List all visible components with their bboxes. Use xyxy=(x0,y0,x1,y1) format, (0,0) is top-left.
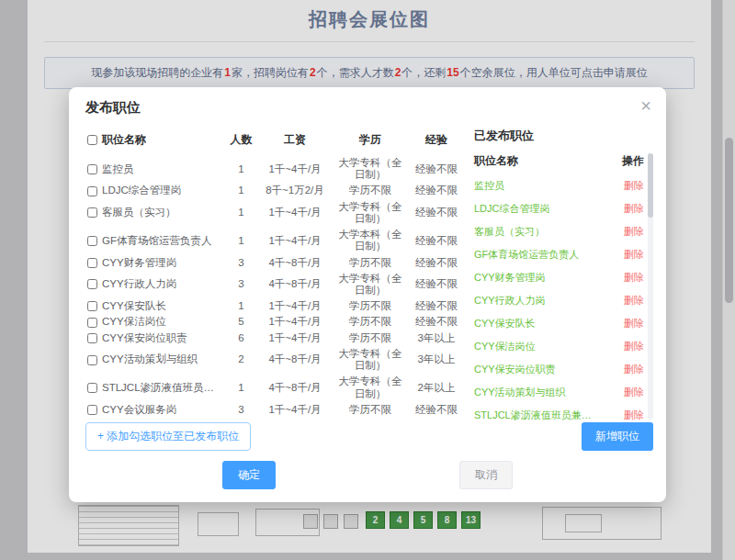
table-row: CYY财务管理岗 3 4千~8千/月 学历不限 经验不限 xyxy=(85,255,465,271)
position-salary: 4千~8千/月 xyxy=(257,346,333,374)
published-item: 监控员 删除 xyxy=(474,174,644,197)
table-row: 客服员（实习） 1 1千~4千/月 大学专科（全日制） 经验不限 xyxy=(85,199,465,227)
published-header-row: 职位名称 操作 xyxy=(474,151,644,174)
delete-link[interactable]: 删除 xyxy=(624,294,644,308)
published-position-name: GF体育场馆运营负责人 xyxy=(474,248,579,262)
published-title: 已发布职位 xyxy=(474,128,644,144)
position-experience: 经验不限 xyxy=(408,199,465,227)
delete-link[interactable]: 删除 xyxy=(624,271,644,285)
modal-body: 职位名称 人数 工资 学历 经验 监控员 1 1千 xyxy=(85,128,653,451)
position-salary: 1千~4千/月 xyxy=(257,314,333,330)
position-count: 3 xyxy=(225,271,257,298)
position-salary: 1千~4千/月 xyxy=(257,298,333,314)
published-name-header: 职位名称 xyxy=(474,153,518,169)
position-count: 1 xyxy=(225,155,257,183)
table-row: LDJC综合管理岗 1 8千~1万2/月 学历不限 经验不限 xyxy=(85,183,465,198)
position-name: 客服员（实习） xyxy=(102,207,176,218)
position-name: CYY保安队长 xyxy=(102,300,166,312)
position-education: 大学专科（全日制） xyxy=(333,374,408,401)
published-position-name: STLJCL渗沥液值班员兼… xyxy=(474,409,592,422)
position-name: GF体育场馆运营负责人 xyxy=(102,235,211,247)
position-name: 监控员 xyxy=(102,163,134,175)
add-checked-positions-button[interactable]: + 添加勾选职位至已发布职位 xyxy=(85,422,251,451)
position-experience: 经验不限 xyxy=(408,155,465,183)
position-salary: 1千~4千/月 xyxy=(257,199,333,227)
close-icon[interactable]: × xyxy=(640,96,651,115)
position-experience: 经验不限 xyxy=(408,271,465,298)
delete-link[interactable]: 删除 xyxy=(624,340,644,353)
position-name-cell: CYY会议服务岗 xyxy=(85,402,225,416)
row-checkbox[interactable] xyxy=(87,186,97,196)
published-item: CYY保安队长 删除 xyxy=(474,312,644,335)
position-experience: 经验不限 xyxy=(408,298,465,314)
position-name: CYY活动策划与组织 xyxy=(102,353,198,365)
position-name-cell: LDJC综合管理岗 xyxy=(85,183,225,198)
row-checkbox[interactable] xyxy=(87,405,97,415)
position-name-cell: CYY行政人力岗 xyxy=(85,271,225,298)
row-checkbox[interactable] xyxy=(87,355,97,365)
table-row: STLJCL渗沥液值班员兼电梯… 1 4千~8千/月 大学专科（全日制） 2年以… xyxy=(85,374,465,401)
position-education: 大学专科（全日制） xyxy=(333,346,408,374)
position-education: 大学专科（全日制） xyxy=(333,199,408,227)
position-name: CYY会议服务岗 xyxy=(102,404,176,416)
position-education: 学历不限 xyxy=(333,183,408,198)
column-header-education: 学历 xyxy=(333,128,408,155)
position-education: 学历不限 xyxy=(333,298,408,314)
cancel-button[interactable]: 取消 xyxy=(459,461,513,489)
position-table: 职位名称 人数 工资 学历 经验 监控员 1 1千 xyxy=(85,128,465,416)
delete-link[interactable]: 删除 xyxy=(624,409,644,422)
delete-link[interactable]: 删除 xyxy=(624,225,644,239)
position-name-cell: CYY保洁岗位 xyxy=(85,314,225,330)
delete-link[interactable]: 删除 xyxy=(624,363,644,376)
position-education: 学历不限 xyxy=(333,330,408,346)
position-salary: 1千~4千/月 xyxy=(257,330,333,346)
row-checkbox[interactable] xyxy=(87,279,97,289)
position-salary: 1千~4千/月 xyxy=(257,402,333,416)
position-name: STLJCL渗沥液值班员兼电梯… xyxy=(102,382,223,394)
position-count: 6 xyxy=(225,330,257,346)
position-experience: 经验不限 xyxy=(408,402,465,416)
position-count: 1 xyxy=(225,374,257,401)
row-checkbox[interactable] xyxy=(87,207,97,218)
publish-position-dialog: 发布职位 × 职位名称 xyxy=(69,87,666,502)
position-table-pane: 职位名称 人数 工资 学历 经验 监控员 1 1千 xyxy=(85,128,465,451)
table-row: CYY行政人力岗 3 4千~8千/月 大学专科（全日制） 经验不限 xyxy=(85,271,465,298)
published-position-name: LDJC综合管理岗 xyxy=(474,202,550,216)
delete-link[interactable]: 删除 xyxy=(624,386,644,399)
select-all-checkbox[interactable] xyxy=(87,135,97,145)
table-row: CYY会议服务岗 3 1千~4千/月 学历不限 经验不限 xyxy=(85,402,465,416)
add-position-button[interactable]: 新增职位 xyxy=(582,422,653,451)
delete-link[interactable]: 删除 xyxy=(624,179,644,193)
row-checkbox[interactable] xyxy=(87,318,97,328)
position-table-wrap: 职位名称 人数 工资 学历 经验 监控员 1 1千 xyxy=(85,128,465,416)
row-checkbox[interactable] xyxy=(87,236,97,246)
position-name-cell: GF体育场馆运营负责人 xyxy=(85,227,225,254)
position-count: 2 xyxy=(225,346,257,374)
position-name-cell: 客服员（实习） xyxy=(85,199,225,227)
published-pane: 已发布职位 职位名称 操作 监控员 删除 LDJC综合管理岗 删除 客服员（实习… xyxy=(474,128,653,451)
position-count: 3 xyxy=(225,402,257,416)
position-count: 1 xyxy=(225,183,257,198)
row-checkbox[interactable] xyxy=(87,383,97,393)
table-row: 监控员 1 1千~4千/月 大学专科（全日制） 经验不限 xyxy=(85,155,465,183)
delete-link[interactable]: 删除 xyxy=(624,202,644,216)
position-name-cell: STLJCL渗沥液值班员兼电梯… xyxy=(85,374,225,401)
confirm-button[interactable]: 确定 xyxy=(222,461,276,489)
published-position-name: CYY保洁岗位 xyxy=(474,340,536,353)
position-count: 1 xyxy=(225,298,257,314)
modal-header: 发布职位 xyxy=(69,87,666,122)
delete-link[interactable]: 删除 xyxy=(624,317,644,330)
position-count: 5 xyxy=(225,314,257,330)
row-checkbox[interactable] xyxy=(87,333,97,343)
published-scrollbar[interactable] xyxy=(648,153,653,420)
published-item: GF体育场馆运营负责人 删除 xyxy=(474,243,644,266)
row-checkbox[interactable] xyxy=(87,301,97,311)
position-name-cell: CYY财务管理岗 xyxy=(85,255,225,271)
row-checkbox[interactable] xyxy=(87,258,97,268)
published-scrollbar-thumb[interactable] xyxy=(648,153,653,218)
column-header-name: 职位名称 xyxy=(102,132,146,148)
delete-link[interactable]: 删除 xyxy=(624,248,644,262)
position-count: 3 xyxy=(225,255,257,271)
position-experience: 2年以上 xyxy=(408,374,465,401)
row-checkbox[interactable] xyxy=(87,164,97,174)
